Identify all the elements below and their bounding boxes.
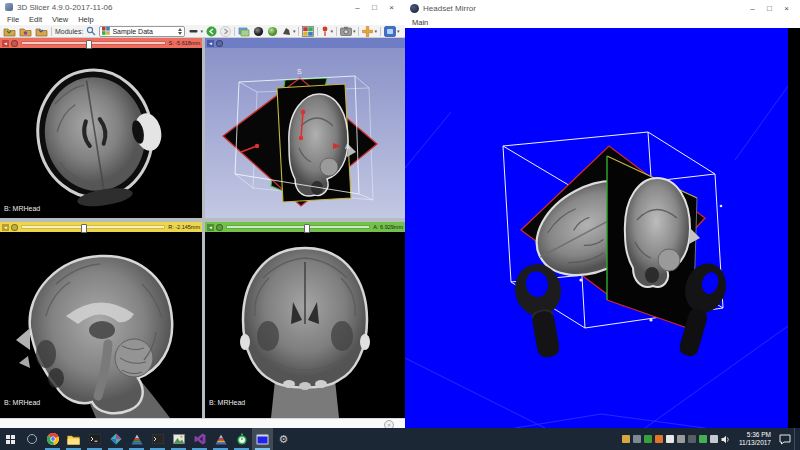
tray-icon-5[interactable] <box>666 435 674 443</box>
clock-date: 11/13/2017 <box>739 439 771 447</box>
history-back-icon[interactable] <box>206 26 217 37</box>
volume-rendering-icon[interactable] <box>267 26 278 37</box>
settings-gear-icon: ⚙ <box>279 434 289 445</box>
slicer-window-title: 3D Slicer 4.9.0-2017-11-06 <box>17 3 349 12</box>
tray-icon-4[interactable] <box>655 435 663 443</box>
collapse-chevron-icon[interactable]: ◄ <box>2 40 9 47</box>
load-dicom-icon[interactable] <box>3 26 16 37</box>
tray-icon-8[interactable] <box>699 435 707 443</box>
taskbar-stopwatch[interactable] <box>231 428 252 450</box>
module-spinner[interactable] <box>178 28 182 35</box>
taskbar-command-prompt[interactable] <box>84 428 105 450</box>
action-center-icon[interactable] <box>779 434 791 445</box>
menu-file[interactable]: File <box>2 15 24 24</box>
slicer-titlebar[interactable]: 3D Slicer 4.9.0-2017-11-06 – □ × <box>0 0 405 14</box>
layout-selector-icon[interactable] <box>302 26 314 37</box>
collapse-chevron-icon[interactable]: ◄ <box>2 224 9 231</box>
history-forward-icon[interactable] <box>220 26 231 37</box>
cortana-icon <box>27 434 37 444</box>
menu-help[interactable]: Help <box>73 15 98 24</box>
place-markup-icon[interactable]: ▾ <box>362 26 377 37</box>
tray-icon-1[interactable] <box>622 435 630 443</box>
start-icon <box>6 435 15 444</box>
menu-main[interactable]: Main <box>407 18 433 27</box>
maximize-button[interactable]: □ <box>366 3 383 12</box>
tray-icon-9[interactable] <box>710 435 718 443</box>
module-selector-combo[interactable]: Sample Data <box>99 26 185 37</box>
show-module-panel-icon[interactable]: ▾ <box>188 26 203 37</box>
red-slice-offset-slider[interactable] <box>20 39 167 47</box>
close-button[interactable]: × <box>778 4 795 13</box>
extensions-icon[interactable]: ▾ <box>384 26 400 37</box>
yellow-slice-offset-slider[interactable] <box>20 223 166 231</box>
load-data-icon[interactable] <box>19 26 32 37</box>
pin-icon[interactable] <box>11 40 18 47</box>
tray-icon-2[interactable] <box>633 435 641 443</box>
stamp-tool-icon[interactable]: ▾ <box>281 26 296 37</box>
vr-viewport[interactable] <box>405 28 800 428</box>
module-search-icon[interactable] <box>86 26 96 37</box>
headset-titlebar[interactable]: Headset Mirror – □ × <box>405 0 800 16</box>
headset-app-icon <box>410 4 419 13</box>
green-slice-offset-slider[interactable] <box>225 223 371 231</box>
headset-window-title: Headset Mirror <box>423 4 744 13</box>
collapse-chevron-icon[interactable]: ◄ <box>207 224 214 231</box>
yellow-view-node-label: B: MRHead <box>4 399 40 406</box>
start-button[interactable] <box>0 428 21 450</box>
coronal-brain-mri <box>205 232 405 418</box>
taskbar-slicer[interactable] <box>126 428 147 450</box>
markups-sphere-icon[interactable] <box>253 26 264 37</box>
module-selector-value: Sample Data <box>112 28 176 35</box>
pin-icon[interactable] <box>216 40 223 47</box>
taskbar-chrome[interactable] <box>42 428 63 450</box>
taskbar-command-prompt-2[interactable] <box>147 428 168 450</box>
taskbar-settings[interactable]: ⚙ <box>273 428 294 450</box>
taskbar-slicer-2[interactable] <box>210 428 231 450</box>
scene-views-icon[interactable] <box>238 26 250 37</box>
file-explorer-icon <box>67 434 80 445</box>
close-button[interactable]: × <box>383 3 400 12</box>
tray-icon-6[interactable] <box>677 435 685 443</box>
tray-icon-3[interactable] <box>644 435 652 443</box>
minimize-button[interactable]: – <box>744 4 761 13</box>
axis-superior-label: S <box>297 68 302 75</box>
visual-studio-icon <box>194 433 206 445</box>
taskbar-image-viewer[interactable] <box>168 428 189 450</box>
menu-edit[interactable]: Edit <box>24 15 47 24</box>
tray-icon-7[interactable] <box>688 435 696 443</box>
taskbar-headset-mirror-active[interactable] <box>252 428 273 450</box>
red-slice-controller-bar: ◄ S: -5.618mm <box>0 38 202 48</box>
menu-view[interactable]: View <box>47 15 73 24</box>
clock-time: 5:36 PM <box>739 431 771 439</box>
save-icon[interactable] <box>35 26 48 37</box>
yellow-slice-offset-label: R: -2.145mm <box>168 224 200 230</box>
minimize-button[interactable]: – <box>349 3 366 12</box>
vr-scene <box>405 28 800 428</box>
cortana-button[interactable] <box>21 428 42 450</box>
green-slice-view[interactable]: ◄ A: 6.929mm B: MRH <box>205 222 405 418</box>
maximize-button[interactable]: □ <box>761 4 778 13</box>
taskbar-file-explorer[interactable] <box>63 428 84 450</box>
volume-icon[interactable] <box>721 435 731 444</box>
axial-brain-mri <box>0 48 202 218</box>
red-view-node-label: B: MRHead <box>4 205 40 212</box>
red-slice-offset-label: S: -5.618mm <box>169 40 200 46</box>
crosshair-icon[interactable]: ▾ <box>321 26 333 37</box>
taskbar-slicer-diamond[interactable] <box>105 428 126 450</box>
pin-icon[interactable] <box>216 224 223 231</box>
slicer-toolbar: Modules: Sample Data ▾ ▾ ▾ <box>0 25 405 38</box>
pin-icon[interactable] <box>11 224 18 231</box>
collapse-chevron-icon[interactable]: ◄ <box>207 40 214 47</box>
show-desktop-button[interactable] <box>794 428 800 450</box>
red-slice-view[interactable]: ◄ S: -5.618mm <box>0 38 202 218</box>
slicer-status-bar: × <box>0 418 405 428</box>
system-tray: 5:36 PM 11/13/2017 <box>622 428 800 450</box>
slicer-app-icon <box>5 3 13 11</box>
taskbar-clock[interactable]: 5:36 PM 11/13/2017 <box>734 431 776 447</box>
module-icon <box>102 27 110 35</box>
threeD-view[interactable]: ◄ <box>205 38 405 218</box>
yellow-slice-view[interactable]: ◄ R: -2.145mm <box>0 222 202 418</box>
screenshot-icon[interactable]: ▾ <box>340 26 356 37</box>
yellow-slice-controller-bar: ◄ R: -2.145mm <box>0 222 202 232</box>
taskbar-visual-studio[interactable] <box>189 428 210 450</box>
